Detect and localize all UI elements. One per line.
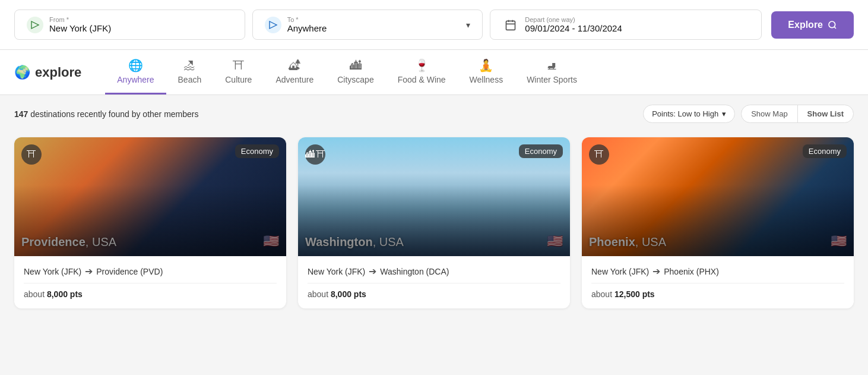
destination-card[interactable]: ⛩ Economy Phoenix, USA 🇺🇸 New York (JFK)… [582, 137, 854, 308]
card-destination-name: Washington, USA [305, 235, 404, 249]
show-map-button[interactable]: Show Map [742, 105, 797, 122]
explore-button[interactable]: Explore [771, 11, 854, 39]
beach-label: Beach [178, 75, 202, 84]
beach-icon: 🏖 [183, 59, 195, 73]
culture-icon: ⛩ [233, 59, 245, 73]
search-bar: From * New York (JFK) To * Anywhere ▾ De… [0, 0, 868, 50]
brand: 🌍 explore [14, 55, 96, 90]
nav-item-anywhere[interactable]: 🌐 Anywhere [105, 50, 166, 94]
route-from: New York (JFK) [24, 267, 81, 276]
route-arrow-icon: ➔ [369, 266, 376, 277]
nav-item-wellness[interactable]: 🧘 Wellness [458, 50, 515, 94]
anywhere-icon: 🌐 [128, 58, 143, 73]
nav-item-food-wine[interactable]: 🍷 Food & Wine [386, 50, 458, 94]
points-prefix: about [591, 289, 614, 299]
to-value: Anywhere [287, 23, 456, 33]
card-points: about 8,000 pts [308, 289, 560, 299]
food-wine-icon: 🍷 [414, 58, 429, 73]
route-arrow-icon: ➔ [85, 266, 93, 277]
sort-dropdown[interactable]: Points: Low to High ▾ [643, 105, 735, 123]
wellness-icon: 🧘 [479, 58, 493, 73]
cityscape-icon: 🏙 [350, 59, 362, 73]
nav-item-adventure[interactable]: 🏕 Adventure [264, 51, 325, 94]
svg-marker-1 [270, 21, 277, 29]
card-body: New York (JFK) ➔ Phoenix (PHX) about 12,… [582, 256, 854, 308]
route-from: New York (JFK) [591, 267, 649, 276]
results-controls: Points: Low to High ▾ Show Map Show List [643, 105, 854, 123]
sort-label: Points: Low to High [652, 109, 718, 118]
card-image: ⛩ Economy Providence, USA 🇺🇸 [14, 137, 286, 256]
category-icon: ⛩ [594, 149, 604, 160]
points-prefix: about [308, 289, 331, 299]
calendar-icon [502, 17, 519, 33]
card-category-badge: ⛩ [589, 144, 609, 165]
nav-item-beach[interactable]: 🏖 Beach [166, 51, 214, 94]
card-category-badge: ⛩ [21, 144, 42, 165]
to-field-text: To * Anywhere [287, 16, 456, 33]
adventure-label: Adventure [275, 75, 313, 84]
to-field[interactable]: To * Anywhere ▾ [252, 10, 483, 40]
route-to: Providence (PVD) [96, 267, 163, 276]
show-list-button[interactable]: Show List [797, 105, 853, 122]
card-route: New York (JFK) ➔ Providence (PVD) [24, 266, 277, 283]
card-body: New York (JFK) ➔ Providence (PVD) about … [14, 256, 286, 308]
card-points: about 12,500 pts [591, 289, 844, 299]
svg-rect-2 [506, 21, 515, 30]
card-flag: 🇺🇸 [263, 234, 279, 249]
card-cabin-badge: Economy [803, 144, 847, 158]
to-label: To * [287, 16, 456, 23]
route-arrow-icon: ➔ [652, 266, 660, 277]
card-country: , USA [85, 235, 116, 248]
results-count: 147 destinations recently found by other… [14, 109, 199, 119]
to-icon [265, 17, 281, 33]
card-cabin-badge: Economy [519, 144, 563, 158]
winter-sports-label: Winter Sports [527, 75, 577, 84]
card-flag: 🇺🇸 [547, 234, 563, 249]
card-route: New York (JFK) ➔ Washington (DCA) [308, 266, 560, 283]
to-dropdown-arrow: ▾ [466, 20, 470, 30]
card-category-icons: 🏙⛩ [305, 149, 325, 160]
nav-item-culture[interactable]: ⛩ Culture [213, 51, 264, 94]
card-category-badge: 🏙⛩ [305, 144, 325, 165]
from-value: New York (JFK) [49, 23, 233, 33]
svg-line-7 [834, 27, 836, 29]
count-description: destinations recently found by other mem… [30, 109, 198, 119]
points-prefix: about [24, 289, 47, 299]
destination-card[interactable]: 🏙⛩ Economy Washington, USA 🇺🇸 New York (… [298, 137, 570, 308]
card-image: ⛩ Economy Phoenix, USA 🇺🇸 [582, 137, 854, 256]
date-label: Depart (one way) [525, 16, 749, 23]
category-icon: ⛩ [27, 149, 36, 160]
date-value: 09/01/2024 - 11/30/2024 [525, 23, 749, 33]
nav-categories: 🌐 Anywhere 🏖 Beach ⛩ Culture 🏕 Adventure… [105, 50, 854, 94]
points-value: 8,000 pts [331, 289, 366, 299]
points-value: 8,000 pts [47, 289, 83, 299]
count-number: 147 [14, 109, 28, 119]
card-route: New York (JFK) ➔ Phoenix (PHX) [591, 266, 844, 283]
nav-item-winter-sports[interactable]: ⛸ Winter Sports [515, 51, 589, 94]
anywhere-label: Anywhere [117, 75, 154, 84]
nav-bar: 🌍 explore 🌐 Anywhere 🏖 Beach ⛩ Culture 🏕… [0, 50, 868, 95]
points-value: 12,500 pts [614, 289, 655, 299]
from-field[interactable]: From * New York (JFK) [14, 10, 245, 40]
cards-grid: ⛩ Economy Providence, USA 🇺🇸 New York (J… [0, 133, 868, 323]
card-image: 🏙⛩ Economy Washington, USA 🇺🇸 [298, 137, 570, 256]
card-country: , USA [373, 235, 404, 248]
card-points: about 8,000 pts [24, 289, 277, 299]
date-field-text: Depart (one way) 09/01/2024 - 11/30/2024 [525, 16, 749, 33]
card-cabin-badge: Economy [235, 144, 279, 158]
nav-item-cityscape[interactable]: 🏙 Cityscape [325, 51, 385, 94]
category-icon: ⛩ [316, 149, 325, 160]
from-label: From * [49, 16, 233, 23]
route-to: Washington (DCA) [380, 267, 449, 276]
destination-card[interactable]: ⛩ Economy Providence, USA 🇺🇸 New York (J… [14, 137, 286, 308]
from-field-text: From * New York (JFK) [49, 16, 233, 33]
card-flag: 🇺🇸 [831, 234, 847, 249]
card-body: New York (JFK) ➔ Washington (DCA) about … [298, 256, 570, 308]
brand-icon: 🌍 [14, 65, 30, 80]
card-destination-name: Providence, USA [21, 235, 116, 249]
date-field[interactable]: Depart (one way) 09/01/2024 - 11/30/2024 [490, 10, 762, 40]
results-bar: 147 destinations recently found by other… [0, 95, 868, 133]
explore-btn-label: Explore [788, 20, 823, 30]
view-toggle: Show Map Show List [741, 105, 854, 123]
svg-point-6 [829, 21, 835, 28]
